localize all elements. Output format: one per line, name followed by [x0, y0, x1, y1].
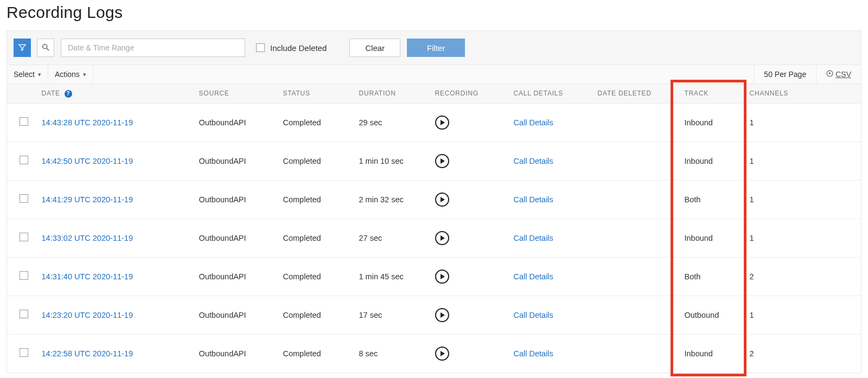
- row-checkbox[interactable]: [20, 233, 28, 241]
- clear-button[interactable]: Clear: [349, 39, 400, 57]
- row-channels: 2: [745, 334, 861, 373]
- info-icon: ?: [65, 90, 72, 98]
- col-track[interactable]: TRACK: [680, 84, 745, 103]
- table-row: 14:43:28 UTC 2020-11-19OutboundAPIComple…: [7, 103, 861, 142]
- table-row: 14:23:20 UTC 2020-11-19OutboundAPIComple…: [7, 296, 861, 334]
- date-link[interactable]: 14:31:40 UTC 2020-11-19: [42, 272, 133, 281]
- row-source: OutboundAPI: [195, 180, 279, 219]
- date-link[interactable]: 14:33:02 UTC 2020-11-19: [42, 234, 133, 242]
- play-button[interactable]: [435, 193, 449, 207]
- row-date-deleted: [593, 257, 680, 296]
- play-button[interactable]: [435, 308, 449, 322]
- play-button[interactable]: [435, 154, 449, 168]
- row-checkbox[interactable]: [20, 348, 28, 357]
- table-row: 14:41:29 UTC 2020-11-19OutboundAPIComple…: [7, 180, 861, 219]
- row-date-deleted: [593, 334, 680, 373]
- funnel-icon: [18, 43, 27, 53]
- row-duration: 29 sec: [355, 103, 431, 142]
- date-link[interactable]: 14:23:20 UTC 2020-11-19: [42, 311, 133, 319]
- row-channels: 1: [745, 180, 861, 219]
- table-row: 14:33:02 UTC 2020-11-19OutboundAPIComple…: [7, 219, 861, 257]
- row-source: OutboundAPI: [195, 334, 279, 373]
- export-csv[interactable]: CSV: [816, 65, 861, 84]
- play-button[interactable]: [435, 231, 449, 245]
- row-status: Completed: [279, 257, 355, 296]
- select-dropdown[interactable]: Select ▾: [7, 65, 48, 84]
- page-title: Recording Logs: [7, 3, 861, 22]
- chevron-down-icon: ▾: [38, 71, 41, 78]
- row-date-deleted: [593, 296, 680, 334]
- filter-bar: Include Deleted Clear Filter: [7, 30, 861, 65]
- row-source: OutboundAPI: [195, 103, 279, 142]
- play-button[interactable]: [435, 270, 449, 284]
- call-details-link[interactable]: Call Details: [514, 234, 553, 242]
- select-label: Select: [14, 70, 35, 79]
- col-duration[interactable]: DURATION: [355, 84, 431, 103]
- row-date-deleted: [593, 103, 680, 142]
- date-link[interactable]: 14:22:58 UTC 2020-11-19: [42, 349, 133, 358]
- include-deleted-label: Include Deleted: [270, 43, 327, 53]
- filter-button[interactable]: Filter: [407, 39, 465, 57]
- play-button[interactable]: [435, 347, 449, 361]
- row-status: Completed: [279, 334, 355, 373]
- table-row: 14:22:58 UTC 2020-11-19OutboundAPIComple…: [7, 334, 861, 373]
- row-track: Inbound: [680, 219, 745, 257]
- row-channels: 1: [745, 219, 861, 257]
- date-link[interactable]: 14:41:29 UTC 2020-11-19: [42, 195, 133, 204]
- date-link[interactable]: 14:42:50 UTC 2020-11-19: [42, 157, 133, 165]
- row-track: Outbound: [680, 296, 745, 334]
- table-row: 14:31:40 UTC 2020-11-19OutboundAPIComple…: [7, 257, 861, 296]
- row-status: Completed: [279, 180, 355, 219]
- row-track: Inbound: [680, 103, 745, 142]
- row-checkbox[interactable]: [20, 156, 28, 164]
- col-call-details[interactable]: CALL DETAILS: [509, 84, 593, 103]
- row-date-deleted: [593, 180, 680, 219]
- row-channels: 2: [745, 257, 861, 296]
- actions-dropdown[interactable]: Actions ▾: [48, 65, 93, 84]
- svg-line-1: [47, 48, 49, 50]
- date-link[interactable]: 14:43:28 UTC 2020-11-19: [42, 118, 133, 127]
- secondary-bar: Select ▾ Actions ▾ 50 Per Page CSV: [7, 65, 861, 84]
- actions-label: Actions: [55, 70, 80, 79]
- search-icon-button[interactable]: [37, 39, 54, 57]
- call-details-link[interactable]: Call Details: [514, 311, 553, 319]
- row-channels: 1: [745, 296, 861, 334]
- svg-point-0: [43, 44, 47, 48]
- row-checkbox[interactable]: [20, 271, 28, 280]
- col-source[interactable]: SOURCE: [195, 84, 279, 103]
- row-track: Inbound: [680, 142, 745, 180]
- play-button[interactable]: [435, 116, 449, 130]
- call-details-link[interactable]: Call Details: [514, 118, 553, 127]
- call-details-link[interactable]: Call Details: [514, 349, 553, 358]
- row-status: Completed: [279, 142, 355, 180]
- checkbox-icon: [256, 43, 265, 52]
- col-channels[interactable]: CHANNELS: [745, 84, 861, 103]
- col-status[interactable]: STATUS: [279, 84, 355, 103]
- row-checkbox[interactable]: [20, 310, 28, 318]
- per-page-dropdown[interactable]: 50 Per Page: [754, 65, 816, 84]
- row-channels: 1: [745, 103, 861, 142]
- col-date-deleted[interactable]: DATE DELETED: [593, 84, 680, 103]
- row-checkbox[interactable]: [20, 194, 28, 203]
- filter-icon-button[interactable]: [14, 39, 31, 57]
- call-details-link[interactable]: Call Details: [514, 157, 553, 165]
- row-checkbox[interactable]: [20, 117, 28, 126]
- row-date-deleted: [593, 219, 680, 257]
- row-source: OutboundAPI: [195, 219, 279, 257]
- csv-label: CSV: [835, 70, 851, 79]
- per-page-label: 50 Per Page: [764, 70, 806, 79]
- logs-table: DATE ? SOURCE STATUS DURATION RECORDING …: [7, 84, 861, 373]
- row-date-deleted: [593, 142, 680, 180]
- call-details-link[interactable]: Call Details: [514, 195, 553, 204]
- row-duration: 2 min 32 sec: [355, 180, 431, 219]
- row-track: Both: [680, 180, 745, 219]
- include-deleted-toggle[interactable]: Include Deleted: [256, 43, 327, 53]
- row-channels: 1: [745, 142, 861, 180]
- table-row: 14:42:50 UTC 2020-11-19OutboundAPIComple…: [7, 142, 861, 180]
- call-details-link[interactable]: Call Details: [514, 272, 553, 281]
- col-recording[interactable]: RECORDING: [431, 84, 509, 103]
- download-icon: [826, 70, 833, 79]
- date-range-input[interactable]: [61, 39, 245, 57]
- row-status: Completed: [279, 103, 355, 142]
- col-date[interactable]: DATE ?: [37, 84, 195, 103]
